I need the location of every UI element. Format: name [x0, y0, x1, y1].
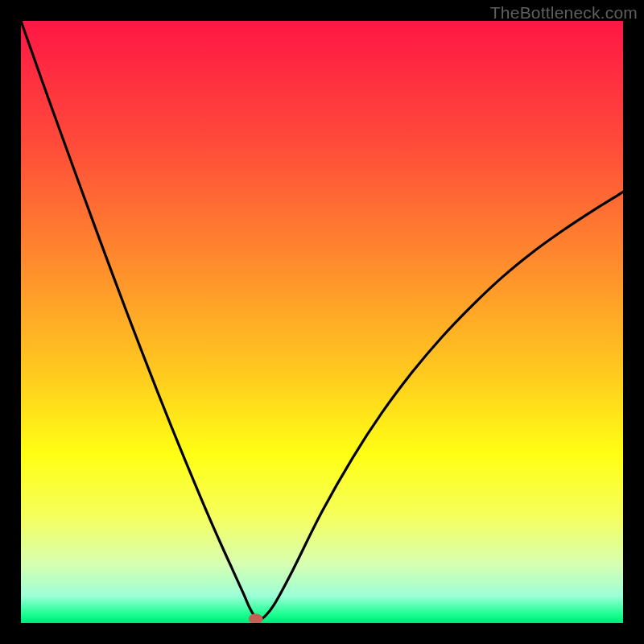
watermark-text: TheBottleneck.com	[490, 3, 638, 23]
chart-background	[21, 21, 623, 623]
chart-svg	[21, 21, 623, 623]
chart-frame	[21, 21, 623, 623]
